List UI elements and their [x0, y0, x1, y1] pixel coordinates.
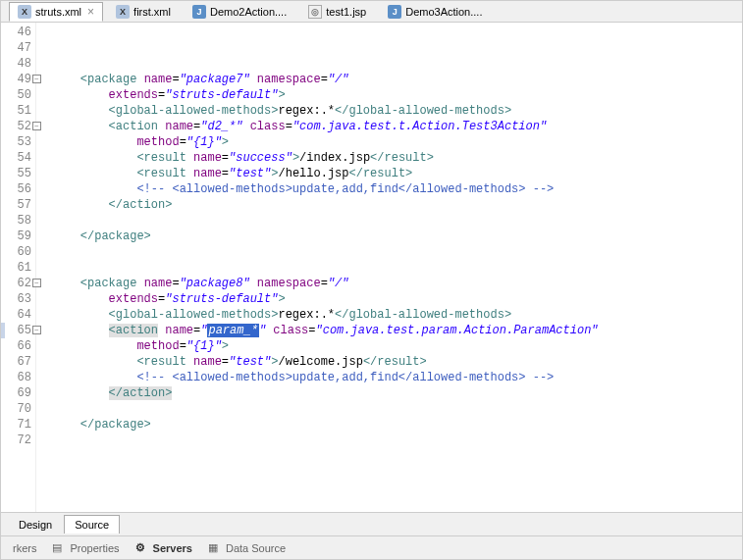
line-number: 65−: [9, 323, 31, 338]
views-bar: rkers▤Properties⚙Servers▦Data Source: [1, 535, 742, 559]
line-number: 50: [9, 87, 31, 103]
code-line[interactable]: extends="struts-default">: [52, 291, 742, 307]
line-number: 52−: [9, 119, 31, 134]
line-number: 46: [9, 25, 31, 40]
line-number: 49−: [9, 72, 31, 87]
line-number: 69: [9, 385, 31, 401]
fold-toggle-icon[interactable]: −: [32, 122, 41, 130]
code-line[interactable]: <package name="package8" namespace="/": [52, 276, 742, 291]
line-gutter: 46474849−505152−53545556575859606162−636…: [1, 23, 36, 512]
code-line[interactable]: [52, 401, 742, 417]
code-line[interactable]: <global-allowed-methods>regex:.*</global…: [52, 307, 742, 323]
view-label: rkers: [13, 542, 36, 554]
tab-demo2action-[interactable]: JDemo2Action....: [184, 2, 295, 22]
line-number: 60: [9, 244, 31, 260]
code-line[interactable]: [52, 260, 742, 276]
tab-first-xml[interactable]: Xfirst.xml: [107, 2, 180, 22]
line-number: 57: [9, 197, 31, 213]
properties-icon: ▤: [52, 541, 66, 555]
line-number: 62−: [9, 276, 31, 291]
line-number: 70: [9, 401, 31, 417]
view-label: Properties: [70, 542, 119, 554]
code-line[interactable]: [52, 244, 742, 260]
j-file-icon: J: [192, 5, 206, 19]
view-label: Servers: [153, 542, 192, 554]
editor-tabs: Xstruts.xml×Xfirst.xmlJDemo2Action....◎t…: [1, 1, 742, 23]
code-line[interactable]: </package>: [52, 417, 742, 433]
code-line[interactable]: </package>: [52, 229, 742, 244]
code-line[interactable]: <package name="package7" namespace="/": [52, 72, 742, 87]
fold-toggle-icon[interactable]: −: [32, 326, 41, 334]
code-line[interactable]: <!-- <allowed-methods>update,add,find</a…: [52, 370, 742, 385]
change-marker: [1, 323, 5, 338]
data source-icon: ▦: [208, 541, 222, 555]
line-number: 61: [9, 260, 31, 276]
x-file-icon: X: [18, 5, 31, 19]
code-line[interactable]: <!-- <allowed-methods>update,add,find</a…: [52, 181, 742, 197]
code-line[interactable]: <action name="param_*" class="com.java.t…: [52, 323, 742, 338]
view-properties[interactable]: ▤Properties: [52, 541, 119, 555]
code-line[interactable]: [52, 433, 742, 448]
tab-struts-xml[interactable]: Xstruts.xml×: [9, 2, 103, 22]
line-number: 67: [9, 354, 31, 370]
line-number: 63: [9, 291, 31, 307]
tab-test1-jsp[interactable]: ◎test1.jsp: [299, 2, 375, 22]
editor-mode-tabs: DesignSource: [1, 512, 742, 535]
view-label: Data Source: [226, 542, 286, 554]
line-number: 56: [9, 181, 31, 197]
line-number: 72: [9, 433, 31, 448]
tab-demo3action-[interactable]: JDemo3Action....: [379, 2, 491, 22]
line-number: 54: [9, 150, 31, 166]
code-editor: 46474849−505152−53545556575859606162−636…: [1, 23, 742, 512]
code-line[interactable]: [52, 25, 742, 40]
fold-toggle-icon[interactable]: −: [32, 279, 41, 287]
servers-icon: ⚙: [135, 541, 149, 555]
tab-label: struts.xml: [35, 6, 81, 18]
code-area[interactable]: <package name="package7" namespace="/" e…: [36, 23, 742, 512]
tab-label: Demo2Action....: [210, 6, 287, 18]
line-number: 55: [9, 166, 31, 181]
fold-toggle-icon[interactable]: −: [32, 75, 41, 83]
view-rkers[interactable]: rkers: [13, 542, 36, 554]
code-line[interactable]: method="{1}">: [52, 338, 742, 354]
line-number: 68: [9, 370, 31, 385]
code-line[interactable]: <result name="success">/index.jsp</resul…: [52, 150, 742, 166]
line-number: 58: [9, 213, 31, 229]
line-number: 51: [9, 103, 31, 119]
code-line[interactable]: <global-allowed-methods>regex:.*</global…: [52, 103, 742, 119]
code-line[interactable]: </action>: [52, 385, 742, 401]
mode-tab-design[interactable]: Design: [9, 516, 62, 534]
jsp-file-icon: ◎: [308, 5, 322, 19]
line-number: 66: [9, 338, 31, 354]
code-line[interactable]: <result name="test">/welcome.jsp</result…: [52, 354, 742, 370]
mode-tab-source[interactable]: Source: [64, 515, 120, 534]
code-line[interactable]: extends="struts-default">: [52, 87, 742, 103]
x-file-icon: X: [116, 5, 130, 19]
code-line[interactable]: </action>: [52, 197, 742, 213]
code-line[interactable]: <action name="d2_*" class="com.java.test…: [52, 119, 742, 134]
code-line[interactable]: [52, 213, 742, 229]
close-icon[interactable]: ×: [87, 5, 94, 19]
j-file-icon: J: [388, 5, 401, 19]
view-data-source[interactable]: ▦Data Source: [208, 541, 286, 555]
code-line[interactable]: [52, 56, 742, 72]
line-number: 71: [9, 417, 31, 433]
code-line[interactable]: [52, 40, 742, 56]
view-servers[interactable]: ⚙Servers: [135, 541, 192, 555]
line-number: 48: [9, 56, 31, 72]
code-line[interactable]: <result name="test">/hello.jsp</result>: [52, 166, 742, 181]
tab-label: Demo3Action....: [405, 6, 482, 18]
line-number: 47: [9, 40, 31, 56]
line-number: 53: [9, 134, 31, 150]
line-number: 64: [9, 307, 31, 323]
code-line[interactable]: method="{1}">: [52, 134, 742, 150]
tab-label: first.xml: [133, 6, 171, 18]
line-number: 59: [9, 229, 31, 244]
tab-label: test1.jsp: [326, 6, 366, 18]
